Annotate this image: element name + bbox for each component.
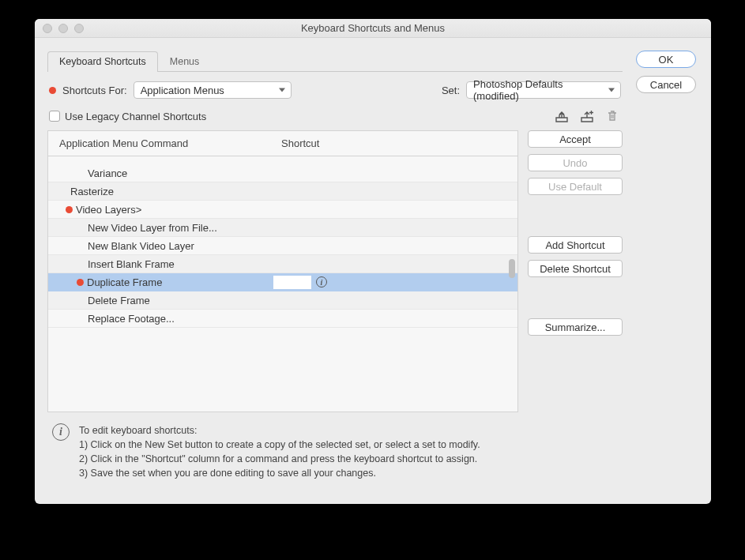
table-row[interactable]: Rasterize <box>48 182 517 201</box>
save-set-icon[interactable] <box>553 108 570 124</box>
table-row[interactable]: Replace Footage... <box>48 310 517 328</box>
legacy-shortcuts-checkbox[interactable] <box>49 111 60 122</box>
tab-bar: Keyboard Shortcuts Menus <box>47 51 623 72</box>
accept-button[interactable]: Accept <box>528 130 623 148</box>
modified-marker-icon <box>66 206 73 213</box>
delete-shortcut-button[interactable]: Delete Shortcut <box>528 260 623 277</box>
table-row[interactable]: Variance <box>48 164 517 182</box>
use-default-button[interactable]: Use Default <box>528 178 623 195</box>
info-icon[interactable]: i <box>316 276 327 288</box>
close-icon[interactable] <box>43 24 52 33</box>
set-label: Set: <box>442 85 460 96</box>
new-set-icon[interactable] <box>578 108 596 124</box>
delete-set-icon[interactable] <box>604 108 621 124</box>
table-row[interactable]: New Video Layer from File... <box>48 219 517 237</box>
hint-title: To edit keyboard shortcuts: <box>79 423 480 438</box>
zoom-icon[interactable] <box>74 24 84 33</box>
shortcuts-table: Application Menu Command Shortcut Varian… <box>47 130 518 412</box>
table-row[interactable]: New Blank Video Layer <box>48 237 517 255</box>
ok-button[interactable]: OK <box>636 51 696 68</box>
info-icon: i <box>52 423 70 441</box>
shortcuts-for-select[interactable]: Application Menus <box>134 81 292 99</box>
dialog-window: Keyboard Shortcuts and Menus Keyboard Sh… <box>35 19 711 504</box>
shortcut-input[interactable] <box>273 276 311 289</box>
hint-line: 3) Save the set when you are done editin… <box>79 466 480 480</box>
titlebar: Keyboard Shortcuts and Menus <box>35 19 711 38</box>
summarize-button[interactable]: Summarize... <box>528 318 623 336</box>
column-header-command[interactable]: Application Menu Command <box>48 131 273 156</box>
shortcuts-table-body: Variance Rasterize Video Layers> <box>48 156 517 412</box>
set-select[interactable]: Photoshop Defaults (modified) <box>466 81 621 99</box>
scrollbar[interactable] <box>506 156 517 412</box>
table-row[interactable]: Insert Blank Frame <box>48 255 517 273</box>
shortcuts-for-label: Shortcuts For: <box>62 85 127 96</box>
table-row-selected[interactable]: Duplicate Frame i <box>48 273 517 291</box>
hint-line: 1) Click on the New Set button to create… <box>79 438 480 452</box>
tab-keyboard-shortcuts[interactable]: Keyboard Shortcuts <box>47 51 158 72</box>
window-controls <box>35 24 84 33</box>
add-shortcut-button[interactable]: Add Shortcut <box>528 236 623 254</box>
minimize-icon[interactable] <box>58 24 68 33</box>
modified-marker-icon <box>49 87 56 94</box>
hint-line: 2) Click in the "Shortcut" column for a … <box>79 452 480 466</box>
column-header-shortcut[interactable]: Shortcut <box>273 131 517 156</box>
modified-marker-icon <box>77 279 84 286</box>
table-row[interactable]: Video Layers> <box>48 201 517 219</box>
window-title: Keyboard Shortcuts and Menus <box>35 22 711 34</box>
tab-menus[interactable]: Menus <box>158 51 212 72</box>
cancel-button[interactable]: Cancel <box>636 76 696 93</box>
table-row[interactable]: Delete Frame <box>48 291 517 310</box>
scroll-thumb[interactable] <box>509 259 515 278</box>
hint-box: i To edit keyboard shortcuts: 1) Click o… <box>47 412 623 492</box>
undo-button[interactable]: Undo <box>528 154 623 171</box>
legacy-shortcuts-label: Use Legacy Channel Shortcuts <box>65 111 206 122</box>
